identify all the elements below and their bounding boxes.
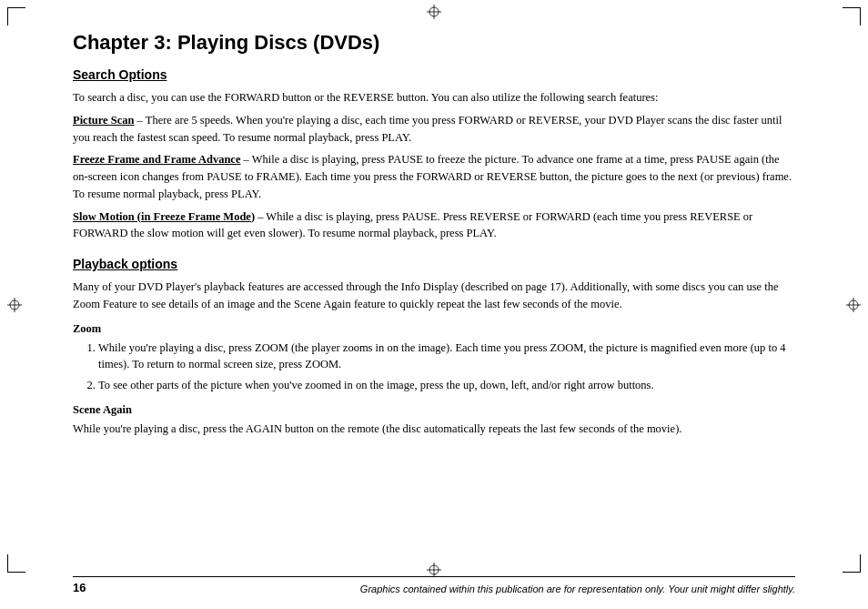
- picture-scan-sep: – There are 5 speeds. When you're playin…: [73, 114, 782, 144]
- freeze-frame-term: Freeze Frame and Frame Advance: [73, 153, 240, 166]
- search-options-intro: To search a disc, you can use the FORWAR…: [73, 89, 795, 107]
- corner-mark-top-left: [7, 7, 25, 25]
- scene-again-text: While you're playing a disc, press the A…: [73, 421, 795, 438]
- page: Chapter 3: Playing Discs (DVDs) Search O…: [0, 0, 868, 609]
- reg-mark-bottom-center: [427, 563, 441, 577]
- freeze-frame-text: Freeze Frame and Frame Advance – While a…: [73, 151, 795, 202]
- reg-mark-left: [7, 298, 22, 312]
- playback-options-heading: Playback options: [73, 257, 795, 271]
- search-options-heading: Search Options: [73, 67, 795, 82]
- picture-scan-term: Picture Scan: [73, 114, 134, 127]
- corner-mark-top-right: [843, 7, 861, 25]
- page-number: 16: [73, 581, 86, 594]
- playback-options-intro: Many of your DVD Player's playback featu…: [73, 279, 795, 313]
- reg-mark-top-center: [427, 5, 441, 19]
- chapter-title: Chapter 3: Playing Discs (DVDs): [73, 31, 795, 55]
- zoom-label: Zoom: [73, 322, 795, 336]
- slow-motion-text: Slow Motion (in Freeze Frame Mode) – Whi…: [73, 208, 795, 243]
- zoom-item-1: While you're playing a disc, press ZOOM …: [98, 340, 795, 374]
- picture-scan-text: Picture Scan – There are 5 speeds. When …: [73, 112, 795, 147]
- footer-disclaimer: Graphics contained within this publicati…: [360, 584, 795, 594]
- footer: 16 Graphics contained within this public…: [73, 576, 795, 594]
- corner-mark-bottom-left: [7, 554, 25, 573]
- slow-motion-term: Slow Motion (in Freeze Frame Mode): [73, 210, 255, 223]
- reg-mark-right: [846, 298, 861, 312]
- zoom-item-2: To see other parts of the picture when y…: [98, 377, 795, 394]
- zoom-list: While you're playing a disc, press ZOOM …: [98, 340, 795, 394]
- corner-mark-bottom-right: [843, 554, 861, 573]
- scene-again-label: Scene Again: [73, 403, 795, 417]
